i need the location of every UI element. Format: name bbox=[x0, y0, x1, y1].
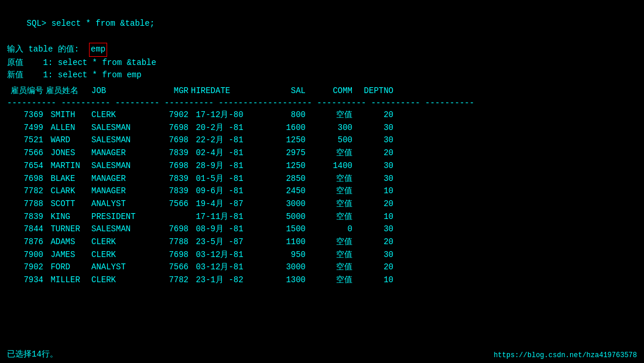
sql-command: select * from &table; bbox=[52, 19, 155, 28]
cell-mgr: 7698 bbox=[157, 249, 189, 262]
cell-hiredate: 17-11月-81 bbox=[189, 211, 253, 224]
cell-ename: FORD bbox=[43, 261, 91, 274]
table-row: 7876 ADAMSCLERK7788 23-5月 -871100空值20 bbox=[7, 236, 637, 249]
cell-sal: 2850 bbox=[253, 173, 306, 186]
cell-sal: 3000 bbox=[253, 198, 306, 211]
cell-comm: 300 bbox=[306, 122, 352, 135]
cell-job: MANAGER bbox=[91, 185, 157, 198]
table-row: 7782 CLARKMANAGER7839 09-6月 -812450空值10 bbox=[7, 185, 637, 198]
cell-ename: CLARK bbox=[43, 185, 91, 198]
cell-sal: 1250 bbox=[253, 134, 306, 147]
col-header-job: JOB bbox=[91, 84, 157, 97]
new-line: 新值 1: select * from emp bbox=[7, 69, 637, 82]
cell-ename: SMITH bbox=[43, 109, 91, 122]
cell-ename: ADAMS bbox=[43, 236, 91, 249]
cell-hiredate: 23-5月 -87 bbox=[189, 236, 253, 249]
col-header-empno: 雇员编号 bbox=[7, 84, 43, 97]
cell-mgr bbox=[157, 211, 189, 224]
cell-job: CLERK bbox=[91, 274, 157, 287]
cell-comm: 0 bbox=[306, 223, 352, 236]
cell-empno: 7499 bbox=[7, 122, 43, 135]
table-row: 7698 BLAKEMANAGER7839 01-5月 -812850空值30 bbox=[7, 173, 637, 186]
cell-ename: MILLER bbox=[43, 274, 91, 287]
table-header: 雇员编号 雇员姓名 JOB MGR HIREDATE SAL COMM DEPT… bbox=[7, 84, 637, 97]
cell-hiredate: 23-1月 -82 bbox=[189, 274, 253, 287]
cell-ename: KING bbox=[43, 211, 91, 224]
cell-mgr: 7698 bbox=[157, 223, 189, 236]
cell-mgr: 7566 bbox=[157, 261, 189, 274]
input-label: 输入 table 的值: bbox=[7, 43, 89, 56]
cell-hiredate: 03-12月-81 bbox=[189, 249, 253, 262]
col-header-sal: SAL bbox=[253, 84, 306, 97]
cell-ename: SCOTT bbox=[43, 198, 91, 211]
col-header-deptno: DEPTNO bbox=[352, 84, 393, 97]
cell-mgr: 7698 bbox=[157, 122, 189, 135]
cell-deptno: 30 bbox=[352, 134, 393, 147]
cell-deptno: 30 bbox=[352, 249, 393, 262]
cell-ename: JONES bbox=[43, 147, 91, 160]
cell-sal: 1500 bbox=[253, 223, 306, 236]
cell-hiredate: 20-2月 -81 bbox=[189, 122, 253, 135]
cell-job: SALESMAN bbox=[91, 223, 157, 236]
cell-job: CLERK bbox=[91, 236, 157, 249]
cell-job: ANALYST bbox=[91, 198, 157, 211]
cell-deptno: 30 bbox=[352, 223, 393, 236]
cell-deptno: 10 bbox=[352, 211, 393, 224]
cell-sal: 800 bbox=[253, 109, 306, 122]
input-line[interactable]: 输入 table 的值: emp bbox=[7, 43, 637, 57]
command-line: SQL> select * from &table; bbox=[7, 5, 637, 43]
table-row: 7499 ALLENSALESMAN7698 20-2月 -8116003003… bbox=[7, 122, 637, 135]
cell-mgr: 7782 bbox=[157, 274, 189, 287]
cell-comm: 空值 bbox=[306, 109, 352, 122]
cell-job: CLERK bbox=[91, 249, 157, 262]
cell-sal: 1600 bbox=[253, 122, 306, 135]
col-header-hiredate: HIREDATE bbox=[189, 84, 253, 97]
cell-hiredate: 02-4月 -81 bbox=[189, 147, 253, 160]
table-row: 7521 WARDSALESMAN7698 22-2月 -81125050030 bbox=[7, 134, 637, 147]
cell-comm: 空值 bbox=[306, 261, 352, 274]
cell-deptno: 30 bbox=[352, 160, 393, 173]
cell-empno: 7839 bbox=[7, 211, 43, 224]
cell-empno: 7369 bbox=[7, 109, 43, 122]
cell-hiredate: 09-6月 -81 bbox=[189, 185, 253, 198]
cell-job: MANAGER bbox=[91, 147, 157, 160]
table-divider: ---------- ---------- --------- --------… bbox=[7, 98, 637, 109]
cell-empno: 7782 bbox=[7, 185, 43, 198]
cell-deptno: 20 bbox=[352, 261, 393, 274]
cell-mgr: 7839 bbox=[157, 173, 189, 186]
cell-comm: 空值 bbox=[306, 249, 352, 262]
cell-ename: TURNER bbox=[43, 223, 91, 236]
cell-empno: 7698 bbox=[7, 173, 43, 186]
table-row: 7654 MARTINSALESMAN7698 28-9月 -811250140… bbox=[7, 160, 637, 173]
cell-empno: 7876 bbox=[7, 236, 43, 249]
cell-ename: BLAKE bbox=[43, 173, 91, 186]
table-row: 7369 SMITHCLERK7902 17-12月-80800空值20 bbox=[7, 109, 637, 122]
cell-ename: ALLEN bbox=[43, 122, 91, 135]
table-row: 7844 TURNERSALESMAN7698 08-9月 -811500030 bbox=[7, 223, 637, 236]
cell-mgr: 7902 bbox=[157, 109, 189, 122]
cell-ename: JAMES bbox=[43, 249, 91, 262]
table-row: 7934 MILLERCLERK7782 23-1月 -821300空值10 bbox=[7, 274, 637, 287]
cell-deptno: 20 bbox=[352, 109, 393, 122]
cell-deptno: 20 bbox=[352, 236, 393, 249]
cell-empno: 7654 bbox=[7, 160, 43, 173]
cell-job: SALESMAN bbox=[91, 134, 157, 147]
cell-empno: 7521 bbox=[7, 134, 43, 147]
cell-sal: 3000 bbox=[253, 261, 306, 274]
terminal: SQL> select * from &table; 输入 table 的值: … bbox=[0, 0, 644, 363]
cell-ename: WARD bbox=[43, 134, 91, 147]
table-row: 7788 SCOTTANALYST7566 19-4月 -873000空值20 bbox=[7, 198, 637, 211]
col-header-ename: 雇员姓名 bbox=[43, 84, 91, 97]
cell-empno: 7902 bbox=[7, 261, 43, 274]
table-row: 7566 JONESMANAGER7839 02-4月 -812975空值20 bbox=[7, 147, 637, 160]
cell-sal: 1100 bbox=[253, 236, 306, 249]
cell-empno: 7566 bbox=[7, 147, 43, 160]
cell-comm: 500 bbox=[306, 134, 352, 147]
cell-job: SALESMAN bbox=[91, 160, 157, 173]
cell-deptno: 20 bbox=[352, 198, 393, 211]
table-row: 7902 FORDANALYST7566 03-12月-813000空值20 bbox=[7, 261, 637, 274]
input-value-box[interactable]: emp bbox=[89, 43, 107, 57]
cell-hiredate: 03-12月-81 bbox=[189, 261, 253, 274]
cell-comm: 空值 bbox=[306, 274, 352, 287]
cell-mgr: 7839 bbox=[157, 185, 189, 198]
